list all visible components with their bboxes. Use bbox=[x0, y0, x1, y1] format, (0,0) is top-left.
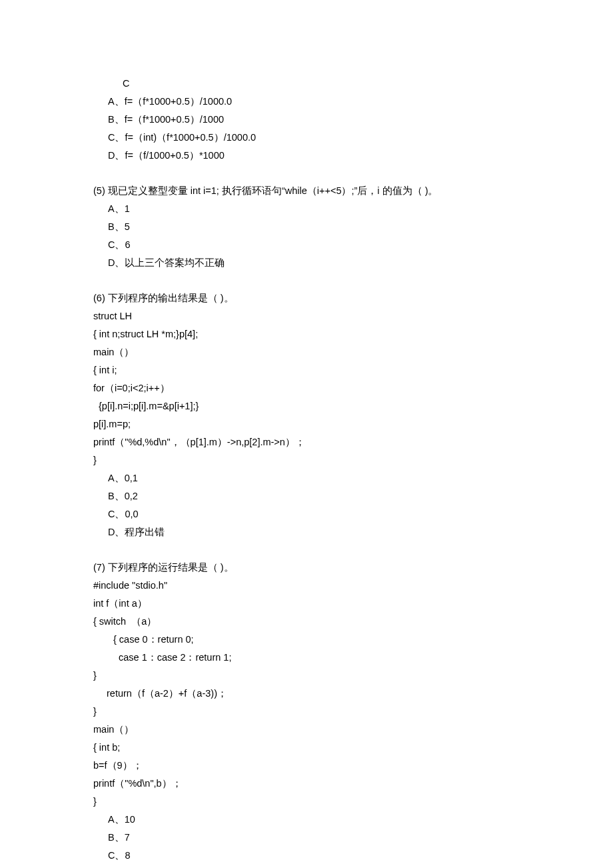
q4-option-b: B、f=（f*1000+0.5）/1000 bbox=[93, 111, 520, 129]
q6-option-c: C、0,0 bbox=[93, 505, 520, 523]
q5-option-a: A、1 bbox=[93, 200, 520, 218]
q6-code-line: for（i=0;i<2;i++） bbox=[93, 379, 520, 397]
q6-code-line: } bbox=[93, 451, 520, 469]
q5-option-b: B、5 bbox=[93, 218, 520, 236]
q6-option-a: A、0,1 bbox=[93, 469, 520, 487]
q7-code-line: } bbox=[93, 667, 520, 685]
q6-code-line: printf（"%d,%d\n"，（p[1].m）->n,p[2].m->n）； bbox=[93, 433, 520, 451]
q7-code-line: { int b; bbox=[93, 739, 520, 757]
q4-option-c: C、f=（int)（f*1000+0.5）/1000.0 bbox=[93, 129, 520, 147]
q6-head: (6) 下列程序的输出结果是（ )。 bbox=[93, 289, 520, 307]
q7-code-line: printf（"%d\n",b）； bbox=[93, 775, 520, 793]
q6-code-line: main（） bbox=[93, 343, 520, 361]
q7-code-line: main（） bbox=[93, 721, 520, 739]
q6-code-line: p[i].m=p; bbox=[93, 415, 520, 433]
q7-code-line: return（f（a-2）+f（a-3))； bbox=[93, 685, 520, 703]
prev-answer-letter: C bbox=[93, 75, 520, 93]
q6-option-b: B、0,2 bbox=[93, 487, 520, 505]
q6-code-line: struct LH bbox=[93, 307, 520, 325]
q4-option-a: A、f=（f*1000+0.5）/1000.0 bbox=[93, 93, 520, 111]
q5-option-d: D、以上三个答案均不正确 bbox=[93, 254, 520, 272]
document-page: C A、f=（f*1000+0.5）/1000.0 B、f=（f*1000+0.… bbox=[0, 0, 613, 868]
q6-option-d: D、程序出错 bbox=[93, 523, 520, 541]
q7-head: (7) 下列程序的运行结果是（ )。 bbox=[93, 559, 520, 577]
q7-option-a: A、10 bbox=[93, 811, 520, 829]
q5-option-c: C、6 bbox=[93, 236, 520, 254]
q7-code-line: int f（int a） bbox=[93, 595, 520, 613]
q5-head: (5) 现已定义整型变量 int i=1; 执行循环语句“while（i++<5… bbox=[93, 182, 520, 200]
q4-option-d: D、f=（f/1000+0.5）*1000 bbox=[93, 147, 520, 165]
q7-code-line: } bbox=[93, 703, 520, 721]
q7-code-line: { case 0：return 0; bbox=[93, 631, 520, 649]
q6-code-line: { int n;struct LH *m;}p[4]; bbox=[93, 325, 520, 343]
q7-code-line: { switch （a） bbox=[93, 613, 520, 631]
q7-code-line: #include "stdio.h" bbox=[93, 577, 520, 595]
q7-code-line: case 1：case 2：return 1; bbox=[93, 649, 520, 667]
q6-code-line: {p[i].n=i;p[i].m=&p[i+1];} bbox=[93, 397, 520, 415]
q7-option-b: B、7 bbox=[93, 829, 520, 847]
q7-code-line: b=f（9）； bbox=[93, 757, 520, 775]
q6-code-line: { int i; bbox=[93, 361, 520, 379]
q7-code-line: } bbox=[93, 793, 520, 811]
q7-option-c: C、8 bbox=[93, 847, 520, 865]
